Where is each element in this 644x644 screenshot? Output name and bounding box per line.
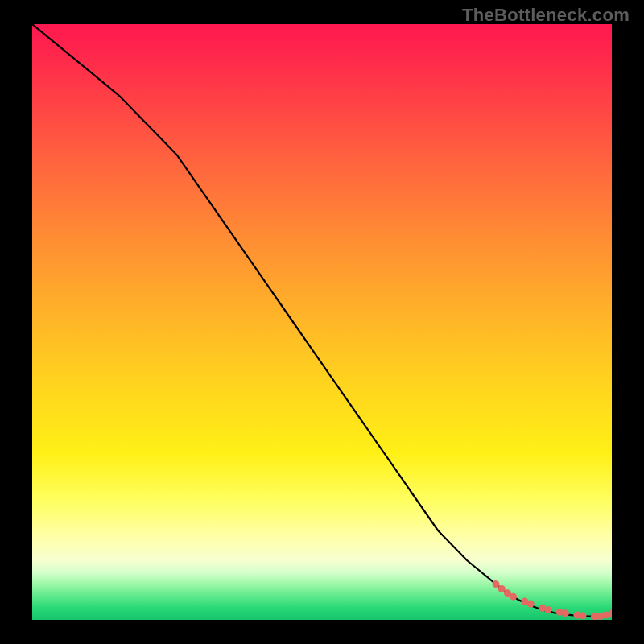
data-point <box>498 585 506 592</box>
watermark-text: TheBottleneck.com <box>462 5 630 26</box>
data-point <box>544 606 551 613</box>
chart-frame: TheBottleneck.com <box>0 0 644 644</box>
chart-overlay <box>32 24 612 620</box>
data-point <box>510 593 517 601</box>
data-point <box>527 601 535 608</box>
bottleneck-curve <box>32 24 612 617</box>
data-point <box>493 580 500 588</box>
marker-group <box>493 580 613 620</box>
data-point <box>580 612 587 619</box>
data-point <box>562 609 569 617</box>
